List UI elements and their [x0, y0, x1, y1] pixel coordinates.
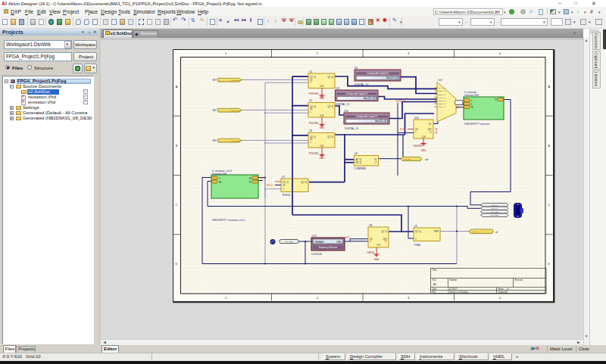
svg-text:Q[7..0]: Q[7..0]: [381, 230, 387, 233]
svg-text:A[7..0]: A[7..0]: [356, 158, 362, 161]
svg-text:Aout[11..0]: Aout[11..0]: [386, 76, 397, 79]
svg-text:TC: TC: [430, 131, 433, 134]
svg-text:U8: U8: [369, 224, 372, 227]
svg-text:DIGITAL_IO: DIGITAL_IO: [355, 83, 369, 86]
svg-text:D[7..0]: D[7..0]: [310, 105, 316, 108]
svg-text:C: C: [471, 99, 473, 102]
svg-text:CLR: CLR: [421, 135, 425, 138]
svg-text:PIO_KEYB: PIO_KEYB: [231, 140, 240, 142]
svg-text:FREQ: FREQ: [337, 241, 342, 244]
svg-text:PIO_SW: PIO_SW: [404, 158, 411, 160]
svg-text:DAC1: DAC1: [473, 231, 478, 233]
svg-text:RS_TX: RS_TX: [492, 204, 498, 207]
svg-text:Configurable Digital IO: Configurable Digital IO: [355, 115, 378, 118]
svg-text:B: B: [176, 144, 178, 148]
svg-text:A: A: [548, 85, 550, 89]
svg-text:CE: CE: [310, 79, 313, 82]
svg-text:PD6CEB: PD6CEB: [309, 122, 318, 125]
svg-text:RS_CTS: RS_CTS: [491, 211, 498, 213]
svg-text:DB: DB: [248, 177, 251, 180]
svg-text:TC: TC: [385, 240, 388, 243]
svg-text:VCC[..]: VCC[..]: [267, 184, 273, 187]
svg-text:GND: GND: [421, 149, 427, 152]
svg-text:alt: alt: [495, 231, 498, 234]
svg-text:CLR: CLR: [320, 85, 323, 88]
svg-text:DIGITAL_IO: DIGITAL_IO: [336, 103, 350, 106]
svg-text:Size: Size: [433, 278, 437, 282]
svg-text:CEO: CEO: [427, 128, 432, 131]
svg-text:U5: U5: [414, 225, 417, 228]
svg-text:VCC[1..0]: VCC[1..0]: [396, 100, 405, 103]
svg-text:RS_RTS: RS_RTS: [491, 214, 498, 216]
svg-text:KEY: KEY: [212, 109, 217, 112]
svg-text:VCC[: VCC[: [400, 128, 405, 131]
svg-text:C: C: [176, 203, 178, 207]
svg-text:A: A: [176, 85, 178, 89]
svg-text:U6: U6: [355, 67, 358, 70]
svg-text:CLR: CLR: [320, 145, 323, 148]
svg-text:VT[1..0]: VT[1..0]: [439, 97, 445, 99]
svg-text:DF[7..0]: DF[7..0]: [439, 106, 445, 108]
svg-text:PIO_KEYB: PIO_KEYB: [231, 110, 240, 112]
svg-text:D[7..0]: D[7..0]: [415, 230, 421, 233]
svg-text:D: D: [471, 103, 473, 106]
svg-text:U1: U1: [309, 70, 312, 73]
svg-text:TX: TX: [495, 98, 498, 101]
svg-text:GND: GND: [374, 258, 380, 261]
svg-text:CLK_BRD: CLK_BRD: [285, 241, 293, 243]
svg-text:GND: GND: [320, 97, 326, 100]
svg-text:VCC: VCC: [345, 236, 350, 239]
svg-text:C: C: [219, 177, 220, 180]
svg-text:PD6CEB: PD6CEB: [309, 92, 318, 95]
svg-text:Title: Title: [433, 269, 437, 272]
svg-text:VHDLENTITY reception_vc2.0: VHDLENTITY reception_vc2.0: [212, 219, 245, 222]
svg-text:GND: GND: [320, 157, 326, 160]
svg-text:Aout[11..0]: Aout[11..0]: [375, 120, 386, 123]
svg-text:CB4CEB: CB4CEB: [413, 145, 422, 148]
svg-text:U10: U10: [344, 110, 348, 113]
svg-text:CLR: CLR: [376, 244, 380, 247]
svg-text:C: C: [310, 110, 311, 114]
svg-text:DA[7..0]: DA[7..0]: [439, 87, 445, 89]
svg-text:LT: LT: [375, 161, 377, 164]
svg-text:D[7..0]: D[7..0]: [310, 76, 316, 79]
svg-text:Configurable Digital IO: Configurable Digital IO: [345, 92, 368, 95]
svg-text:PWM: PWM: [414, 244, 420, 247]
svg-text:C: C: [415, 238, 417, 241]
svg-text:GND: GND: [320, 126, 326, 129]
svg-text:U2: U2: [309, 99, 312, 102]
svg-text:CE: CE: [415, 128, 418, 131]
svg-text:Q[7..0]: Q[7..0]: [327, 76, 333, 79]
svg-text:D[7..0]: D[7..0]: [283, 181, 289, 184]
svg-text:C: C: [415, 131, 417, 134]
svg-text:DC[7..0]: DC[7..0]: [439, 94, 445, 96]
svg-text:U13: U13: [312, 235, 317, 238]
svg-text:PIO_KEYB: PIO_KEYB: [231, 79, 240, 82]
svg-text:PD8CE: PD8CE: [283, 194, 290, 197]
svg-text:KEY: KEY: [212, 139, 217, 142]
svg-text:Q3: Q3: [429, 123, 432, 126]
svg-text:PWM: PWM: [434, 230, 439, 233]
svg-text:DB[7..0]: DB[7..0]: [439, 90, 445, 92]
svg-text:C:\Users\..\v2.SchDoc: C:\Users\..\v2.SchDoc: [448, 291, 469, 294]
svg-text:DIGITAL_IO: DIGITAL_IO: [345, 127, 359, 130]
svg-text:C: C: [370, 240, 371, 243]
svg-text:C: C: [548, 203, 550, 207]
svg-text:CB8CE: CB8CE: [367, 251, 374, 254]
svg-text:Number: Number: [450, 278, 458, 282]
svg-text:D: D: [176, 262, 178, 266]
svg-text:TB: TB: [471, 106, 474, 109]
svg-text:CE: CE: [310, 138, 313, 141]
svg-text:DV: DV: [248, 181, 251, 184]
svg-text:U7: U7: [282, 176, 285, 179]
svg-text:B: B: [548, 144, 550, 148]
svg-text:Drawn By:: Drawn By:: [498, 291, 508, 294]
svg-text:Frequency Generator: Frequency Generator: [319, 246, 338, 249]
svg-text:DE[7..0]: DE[7..0]: [439, 103, 445, 105]
svg-text:RX: RX: [219, 181, 222, 184]
svg-text:Revision: Revision: [515, 278, 523, 282]
svg-text:CE: CE: [310, 107, 313, 110]
svg-text:A4: A4: [433, 283, 436, 286]
svg-text:GT: GT: [374, 158, 377, 161]
svg-text:CLR: CLR: [320, 114, 323, 117]
